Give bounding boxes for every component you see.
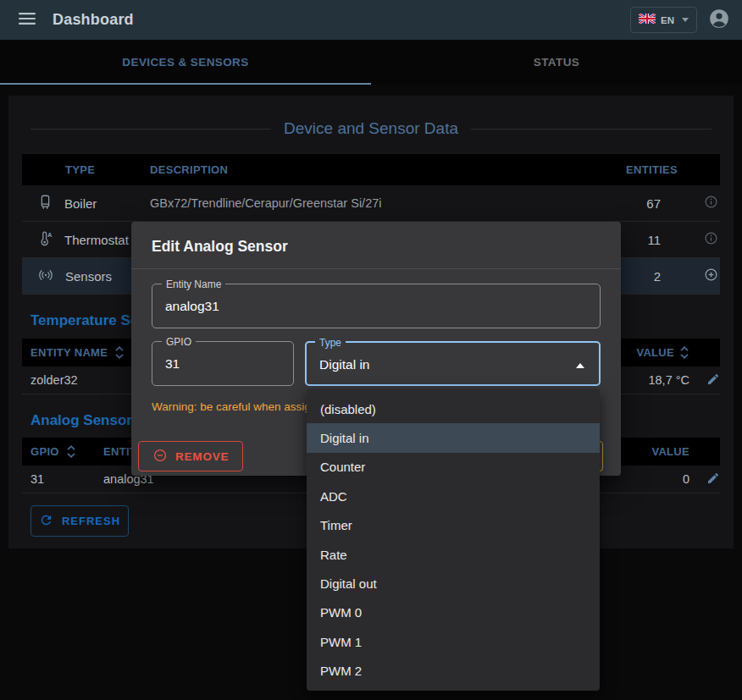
- entity-name-label: Entity Name: [162, 278, 225, 290]
- menu-item-counter[interactable]: Counter: [307, 453, 600, 482]
- divider: [471, 129, 712, 130]
- account-button[interactable]: [708, 8, 730, 32]
- menu-item-disabled[interactable]: (disabled): [307, 394, 600, 423]
- section-title: Device and Sensor Data: [284, 119, 458, 138]
- section-title-row: Device and Sensor Data: [8, 96, 734, 138]
- remove-button[interactable]: REMOVE: [138, 441, 243, 471]
- menu-item-rate[interactable]: Rate: [307, 540, 600, 569]
- boiler-icon: [37, 194, 53, 213]
- hamburger-icon: [19, 13, 36, 27]
- table-row-boiler[interactable]: Boiler GBx72/Trendline/Cerapur/Greenstar…: [22, 185, 720, 222]
- page-title: Dashboard: [53, 11, 134, 29]
- menu-item-pwm-1[interactable]: PWM 1: [307, 627, 600, 656]
- column-header-entities: ENTITIES: [584, 163, 678, 176]
- type-selected-value: Digital in: [307, 343, 599, 372]
- tab-status[interactable]: STATUS: [371, 40, 742, 85]
- type-dropdown-menu: (disabled) Digital in Counter ADC Timer …: [307, 389, 600, 691]
- menu-item-adc[interactable]: ADC: [307, 482, 600, 510]
- refresh-icon: [39, 513, 53, 530]
- gpio-field[interactable]: GPIO 31: [152, 341, 294, 386]
- thermostat-icon: A: [37, 230, 53, 250]
- sort-icon[interactable]: [66, 444, 76, 459]
- column-header-value: VALUE: [636, 346, 674, 359]
- appbar: Dashboard EN: [0, 0, 742, 40]
- column-header-entity-name: ENTITY NAME: [30, 346, 108, 359]
- chevron-up-icon: [576, 363, 584, 368]
- column-header-gpio: GPIO: [30, 445, 59, 458]
- menu-item-digital-out[interactable]: Digital out: [307, 569, 600, 598]
- device-type-label: Sensors: [65, 269, 112, 284]
- svg-text:A: A: [47, 231, 53, 239]
- add-icon[interactable]: [704, 267, 718, 284]
- devices-table-header: TYPE DESCRIPTION ENTITIES: [22, 154, 720, 185]
- type-select[interactable]: Type Digital in: [305, 341, 601, 386]
- column-header-description: DESCRIPTION: [134, 163, 584, 176]
- remove-icon: [152, 448, 168, 466]
- dialog-title: Edit Analog Sensor: [152, 238, 288, 255]
- type-label: Type: [315, 337, 346, 349]
- language-label: EN: [661, 15, 674, 25]
- edit-icon[interactable]: [706, 372, 720, 389]
- tab-bar: DEVICES & SENSORS STATUS: [0, 40, 742, 85]
- tab-devices-sensors[interactable]: DEVICES & SENSORS: [0, 40, 371, 85]
- gpio-label: GPIO: [162, 336, 196, 348]
- remove-label: REMOVE: [175, 450, 229, 463]
- edit-icon[interactable]: [706, 471, 720, 488]
- column-header-value: VALUE: [651, 445, 689, 458]
- refresh-button[interactable]: REFRESH: [30, 505, 129, 537]
- dialog-header: Edit Analog Sensor: [131, 222, 621, 269]
- info-icon[interactable]: [704, 231, 718, 248]
- info-icon[interactable]: [704, 195, 718, 212]
- language-selector[interactable]: EN: [630, 7, 697, 33]
- chevron-down-icon: [682, 18, 689, 22]
- divider: [30, 129, 271, 130]
- entity-name-field[interactable]: Entity Name analog31: [152, 284, 601, 328]
- menu-item-timer[interactable]: Timer: [307, 511, 600, 540]
- refresh-label: REFRESH: [62, 515, 120, 527]
- uk-flag-icon: [639, 14, 656, 26]
- device-type-label: Boiler: [64, 196, 97, 211]
- device-description: GBx72/Trendline/Cerapur/Greenstar Si/27i: [134, 196, 584, 210]
- menu-item-digital-in[interactable]: Digital in: [307, 423, 600, 452]
- menu-item-pwm-0[interactable]: PWM 0: [307, 598, 600, 627]
- menu-item-pwm-2[interactable]: PWM 2: [307, 657, 600, 686]
- device-entities-count: 67: [584, 196, 678, 211]
- sensor-gpio: 31: [22, 472, 103, 486]
- sort-icon[interactable]: [114, 345, 125, 360]
- column-header-type: TYPE: [22, 163, 134, 176]
- menu-button[interactable]: [10, 3, 44, 37]
- account-icon: [708, 8, 730, 32]
- sensors-icon: [37, 267, 54, 286]
- sort-icon[interactable]: [679, 345, 689, 360]
- device-type-label: Thermostat: [64, 233, 129, 247]
